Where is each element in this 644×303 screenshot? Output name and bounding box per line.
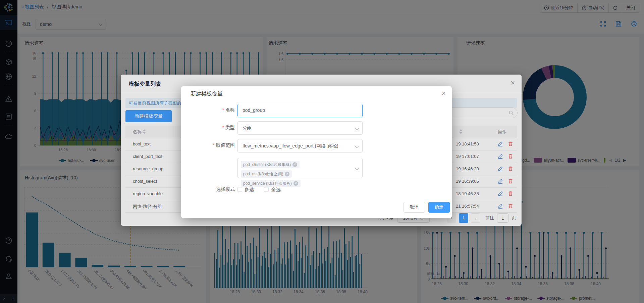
tag-close-icon[interactable]: × <box>292 162 297 167</box>
type-select[interactable]: 分组 <box>237 121 363 135</box>
multi-select-checkbox[interactable] <box>237 187 242 192</box>
range-label: *取值范围 <box>181 142 235 148</box>
tag: pod_cluster (K8s容器集群)× <box>241 161 300 168</box>
tag-close-icon[interactable]: × <box>285 172 289 176</box>
modal-title: 新建模板变量 <box>191 90 223 97</box>
chevron-down-icon <box>355 166 359 170</box>
name-label: *名称 <box>181 107 235 113</box>
tags-multiselect[interactable]: pod_cluster (K8s容器集群)×pod_ns (K8s命名空间)×p… <box>237 158 363 178</box>
close-icon[interactable]: × <box>441 90 446 97</box>
type-label: *类型 <box>181 125 235 131</box>
multi-select-label[interactable]: 多选 <box>245 187 254 192</box>
tag-label: pod_service (K8s容器服务) <box>243 181 292 186</box>
type-select-value: 分组 <box>238 122 362 134</box>
tag-label: pod_cluster (K8s容器集群) <box>243 162 291 168</box>
range-select-value: flow_metrics.vtap_flow_edge_port (网络-路径) <box>238 139 362 152</box>
mode-label: 选择模式 <box>181 186 235 192</box>
confirm-button[interactable]: 确定 <box>428 202 450 213</box>
new-template-variable-modal: 新建模板变量 × *名称 *类型 分组 *取值范围 flow_metrics.v… <box>181 86 452 218</box>
select-all-label[interactable]: 全选 <box>271 187 280 192</box>
cancel-button[interactable]: 取消 <box>404 202 425 213</box>
range-select[interactable]: flow_metrics.vtap_flow_edge_port (网络-路径) <box>237 139 363 153</box>
app-root: ‹ 视图列表 / 视图详情demo 最近15分钟 自动(2s) 关闭 视图 <box>0 0 644 303</box>
name-input-wrap <box>237 104 363 117</box>
tag-close-icon[interactable]: × <box>293 181 298 186</box>
name-input[interactable] <box>238 104 348 116</box>
tag-label: pod_ns (K8s命名空间) <box>243 171 283 177</box>
tag: pod_service (K8s容器服务)× <box>241 180 301 187</box>
select-all-checkbox[interactable] <box>264 187 269 192</box>
tag: pod_ns (K8s命名空间)× <box>241 170 292 178</box>
